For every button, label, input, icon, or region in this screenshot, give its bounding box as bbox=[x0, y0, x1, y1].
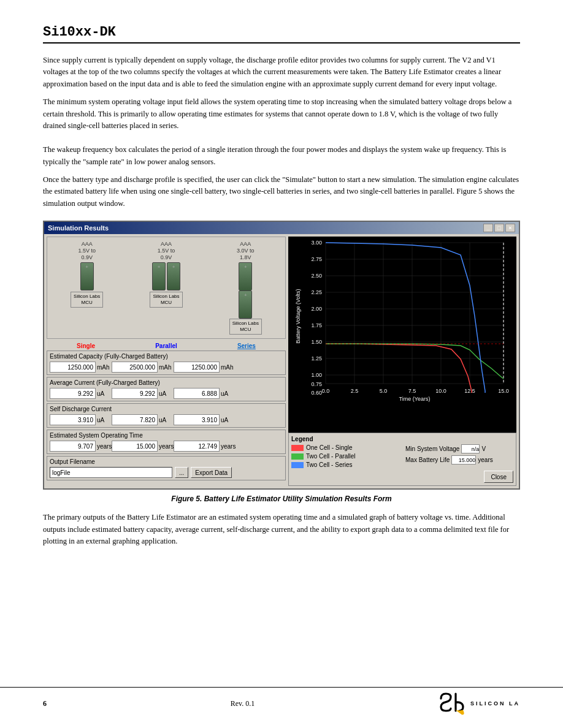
export-button[interactable]: Export Data bbox=[191, 467, 232, 478]
capacity-field-3[interactable] bbox=[174, 362, 220, 373]
mcu-parallel: Silicon LabsMCU bbox=[150, 292, 182, 308]
svg-text:1.75: 1.75 bbox=[311, 322, 322, 328]
self-discharge-title: Self Discharge Current bbox=[50, 406, 283, 412]
min-voltage-input[interactable] bbox=[461, 444, 480, 453]
legend-panel: Legend One Cell - Single Two Cell - Para… bbox=[288, 433, 516, 486]
close-button[interactable]: Close bbox=[484, 471, 513, 483]
column-labels: Single Parallel Series bbox=[47, 341, 286, 351]
legend-color-single bbox=[291, 445, 304, 451]
svg-text:2.50: 2.50 bbox=[311, 273, 322, 279]
avg-current-title: Average Current (Fully-Charged Battery) bbox=[50, 379, 283, 386]
battery-single-label: AAA1.5V to0.9V bbox=[78, 241, 96, 260]
right-panel: 3.00 2.75 2.50 2.25 2.00 1.75 1.50 1.25 … bbox=[288, 237, 516, 486]
battery-diagrams-area: AAA1.5V to0.9V Silicon LabsMCU AAA1.5V t… bbox=[47, 237, 286, 339]
avg-current-field-2[interactable] bbox=[112, 388, 158, 399]
page-title: Si10xx-DK bbox=[43, 25, 520, 44]
paragraph-4: Once the battery type and discharge prof… bbox=[43, 174, 520, 210]
mcu-single: Silicon LabsMCU bbox=[71, 292, 103, 308]
label-parallel: Parallel bbox=[155, 343, 177, 349]
self-discharge-input-2: uA bbox=[112, 414, 171, 425]
figure-caption: Figure 5. Battery Life Estimator Utility… bbox=[43, 495, 520, 503]
svg-text:0.75: 0.75 bbox=[311, 381, 322, 387]
svg-text:1.00: 1.00 bbox=[311, 372, 322, 378]
battery-parallel-label: AAA1.5V to0.9V bbox=[158, 241, 175, 260]
close-window-button[interactable]: × bbox=[505, 224, 515, 232]
svg-text:2.25: 2.25 bbox=[311, 289, 322, 295]
capacity-section: Estimated Capacity (Fully-Charged Batter… bbox=[47, 351, 286, 375]
silicon-labs-logo: SILICON LA bbox=[439, 691, 520, 716]
svg-text:5.0: 5.0 bbox=[380, 388, 388, 394]
battery-single-diagram: AAA1.5V to0.9V Silicon LabsMCU bbox=[71, 241, 103, 335]
legend-label-parallel: Two Cell - Parallel bbox=[306, 453, 356, 460]
operating-time-input-2: years bbox=[112, 441, 171, 452]
battery-parallel-diagram: AAA1.5V to0.9V Silicon LabsMCU bbox=[150, 241, 182, 335]
battery-parallel-cell-1 bbox=[152, 262, 166, 290]
logo-svg bbox=[439, 691, 468, 716]
battery-series-cell-1 bbox=[239, 262, 252, 290]
svg-text:10.0: 10.0 bbox=[435, 388, 446, 394]
operating-time-field-2[interactable] bbox=[112, 441, 158, 452]
maximize-button[interactable]: □ bbox=[494, 224, 504, 232]
avg-current-section: Average Current (Fully-Charged Battery) … bbox=[47, 377, 286, 401]
battery-series-label: AAA3.0V to1.8V bbox=[237, 241, 255, 260]
legend-color-parallel bbox=[291, 453, 304, 460]
self-discharge-unit-3: uA bbox=[221, 417, 233, 423]
conclusion-text: The primary outputs of the Battery Life … bbox=[43, 512, 520, 547]
svg-text:2.00: 2.00 bbox=[311, 306, 322, 312]
self-discharge-field-2[interactable] bbox=[112, 414, 158, 425]
avg-current-field-1[interactable] bbox=[50, 388, 96, 399]
paragraph-3: The wakeup frequency box calculates the … bbox=[43, 144, 520, 168]
self-discharge-unit-2: uA bbox=[159, 417, 171, 423]
svg-text:2.5: 2.5 bbox=[351, 388, 359, 394]
operating-time-unit-1: years bbox=[97, 443, 109, 450]
footer-revision: Rev. 0.1 bbox=[231, 699, 255, 708]
operating-time-field-1[interactable] bbox=[50, 441, 96, 452]
svg-text:7.5: 7.5 bbox=[408, 388, 416, 394]
svg-text:1.50: 1.50 bbox=[311, 339, 322, 345]
paragraph-1: Since supply current is typically depend… bbox=[43, 55, 520, 90]
self-discharge-section: Self Discharge Current uA uA uA bbox=[47, 403, 286, 428]
capacity-unit-2: mAh bbox=[159, 364, 171, 371]
battery-parallel-cell-2 bbox=[167, 262, 180, 290]
capacity-input-1: mAh bbox=[50, 362, 109, 373]
sim-title: Simulation Results bbox=[48, 224, 109, 232]
legend-label-series: Two Cell - Series bbox=[306, 461, 353, 468]
legend-title: Legend bbox=[291, 436, 513, 442]
min-voltage-label: Min System Voltage bbox=[405, 446, 459, 452]
svg-text:0.0: 0.0 bbox=[322, 388, 330, 394]
self-discharge-unit-1: uA bbox=[97, 417, 109, 423]
filename-input[interactable] bbox=[50, 467, 172, 478]
svg-rect-0 bbox=[295, 237, 510, 402]
battery-series-cell-2 bbox=[239, 290, 252, 319]
max-battery-label: Max Battery Life bbox=[405, 457, 450, 463]
browse-button[interactable]: ... bbox=[175, 467, 188, 478]
min-voltage-row: Min System Voltage V bbox=[405, 444, 513, 453]
operating-time-unit-2: years bbox=[159, 443, 171, 450]
capacity-field-2[interactable] bbox=[112, 362, 158, 373]
simulation-window: Simulation Results _ □ × AAA1.5V to0.9V … bbox=[43, 221, 520, 490]
minimize-button[interactable]: _ bbox=[483, 224, 493, 232]
legend-item-parallel: Two Cell - Parallel bbox=[291, 453, 399, 460]
max-battery-input[interactable] bbox=[451, 455, 476, 464]
filename-row: ... Export Data bbox=[50, 467, 283, 478]
operating-time-input-1: years bbox=[50, 441, 109, 452]
footer-page-number: 6 bbox=[43, 699, 47, 708]
legend-items: One Cell - Single Two Cell - Parallel Tw… bbox=[291, 444, 399, 468]
sim-body: AAA1.5V to0.9V Silicon LabsMCU AAA1.5V t… bbox=[44, 234, 519, 488]
self-discharge-field-1[interactable] bbox=[50, 414, 96, 425]
legend-label-single: One Cell - Single bbox=[306, 444, 353, 451]
svg-text:15.0: 15.0 bbox=[498, 388, 509, 394]
svg-text:0.60: 0.60 bbox=[311, 390, 322, 396]
svg-text:Time (Years): Time (Years) bbox=[399, 396, 431, 402]
paragraph-2: The minimum system operating voltage inp… bbox=[43, 96, 520, 132]
avg-current-field-3[interactable] bbox=[174, 388, 220, 399]
logo-text-area: SILICON LA bbox=[470, 700, 520, 707]
svg-text:3.00: 3.00 bbox=[311, 240, 322, 246]
operating-time-field-3[interactable] bbox=[174, 441, 220, 452]
left-panel: AAA1.5V to0.9V Silicon LabsMCU AAA1.5V t… bbox=[47, 237, 286, 486]
output-filename-section: Output Filename ... Export Data bbox=[47, 456, 286, 480]
capacity-field-1[interactable] bbox=[50, 362, 96, 373]
self-discharge-field-3[interactable] bbox=[174, 414, 220, 425]
avg-current-unit-1: uA bbox=[97, 390, 109, 397]
output-filename-title: Output Filename bbox=[50, 458, 283, 465]
